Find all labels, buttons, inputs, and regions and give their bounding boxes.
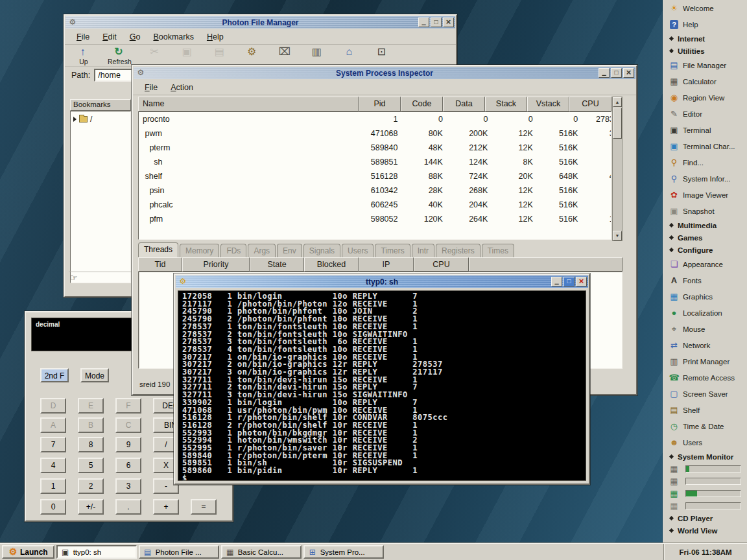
terminal-screen[interactable]: 172058 1 bin/login 10o REPLY 7 217117 1 … [178, 290, 586, 481]
expander-icon[interactable] [73, 117, 77, 122]
shelf-item[interactable]: System Infor... [663, 170, 747, 187]
close-button[interactable] [576, 277, 587, 286]
shelf-item[interactable]: Editor [663, 106, 747, 122]
table-row[interactable]: pwm 471068 80K 200K 12K 516K 326 [139, 126, 611, 141]
tab[interactable]: Timers [375, 244, 410, 257]
calc-button[interactable]: 0 [40, 499, 66, 515]
column-header[interactable]: Pid [359, 97, 401, 111]
shelf-item[interactable]: Snapshot [663, 203, 747, 219]
toolbar-button[interactable] [147, 46, 164, 58]
table-row[interactable]: phcalc 606245 40K 204K 12K 516K 47 [139, 198, 611, 212]
calc-button[interactable]: 9 [115, 437, 141, 452]
tab[interactable]: Intr [412, 244, 434, 257]
calc-button[interactable]: = [191, 499, 217, 515]
toolbar-button[interactable]: Up [75, 46, 92, 65]
shelf-item[interactable]: Graphics [663, 288, 747, 305]
shelf-item[interactable]: Calculator [663, 73, 747, 89]
toolbar-button[interactable] [244, 46, 261, 58]
shelf-item[interactable]: System Monitor [663, 450, 747, 463]
table-row[interactable]: psin 610342 28K 268K 12K 516K 53 [139, 183, 611, 198]
calc-button[interactable]: Mode [80, 368, 109, 382]
shelf-item[interactable]: Multimedia [663, 219, 747, 231]
calc-button[interactable]: +/- [78, 499, 104, 515]
table-row[interactable]: sh 589851 144K 124K 8K 516K 6 [139, 155, 611, 169]
shelf-item[interactable]: Welcome [663, 0, 747, 16]
calc-button[interactable]: 6 [115, 458, 141, 473]
shelf-item[interactable]: Region View [663, 89, 747, 106]
shelf-item[interactable]: Internet [663, 32, 747, 45]
task-button[interactable]: Photon File ... [139, 545, 219, 559]
file-manager-titlebar[interactable]: Photon File Manager [65, 16, 455, 29]
shelf-item[interactable]: Games [663, 231, 747, 244]
tab[interactable]: FDs [220, 244, 246, 257]
calc-button[interactable]: . [115, 499, 141, 515]
shelf-item[interactable]: Fonts [663, 272, 747, 288]
shelf-item[interactable]: Localization [663, 305, 747, 321]
menu-item[interactable]: File [70, 31, 96, 43]
column-header[interactable]: Code [401, 97, 443, 111]
column-header[interactable]: IP [359, 257, 414, 272]
task-button[interactable]: Basic Calcu... [221, 545, 302, 559]
shelf-item[interactable]: Remote Access [663, 369, 747, 386]
shelf-item[interactable]: Appearance [663, 256, 747, 272]
column-header[interactable]: CPU [569, 97, 611, 111]
menu-item[interactable]: Action [164, 82, 200, 93]
calc-button[interactable]: 7 [40, 437, 66, 452]
menu-item[interactable]: Go [123, 31, 147, 43]
shelf-item[interactable]: Terminal Char... [663, 138, 747, 154]
calc-button[interactable]: + [153, 499, 179, 515]
toolbar-button[interactable]: Refresh [108, 46, 132, 65]
toolbar-button[interactable] [180, 46, 196, 58]
calc-button[interactable]: B [78, 417, 104, 433]
tab[interactable]: Threads [138, 242, 178, 257]
maximize-button[interactable] [431, 18, 442, 27]
column-header[interactable]: Vstack [527, 97, 569, 111]
tab[interactable]: Memory [180, 244, 219, 257]
process-inspector-titlebar[interactable]: System Process Inspector [134, 67, 635, 79]
toolbar-button[interactable] [277, 46, 294, 58]
column-header[interactable]: Name [138, 97, 359, 111]
calc-button[interactable]: 3 [115, 478, 141, 494]
minimize-button[interactable] [418, 18, 429, 27]
calc-button[interactable]: A [40, 417, 66, 433]
column-header[interactable]: Stack [485, 97, 527, 111]
shelf-item[interactable]: Configure [663, 244, 747, 256]
shelf-item[interactable]: Help [663, 16, 747, 32]
table-row[interactable]: shelf 516128 88K 724K 20K 648K 469 [139, 169, 611, 183]
menu-item[interactable]: File [138, 82, 164, 93]
shelf-item[interactable]: Screen Saver [663, 386, 747, 402]
shelf-item[interactable]: Terminal [663, 122, 747, 138]
table-row[interactable]: pterm 589840 48K 212K 12K 516K 82 [139, 141, 611, 155]
column-header[interactable]: Tid [138, 257, 182, 272]
close-button[interactable] [443, 18, 454, 27]
menu-item[interactable]: Help [200, 31, 230, 43]
calc-button[interactable]: 1 [40, 478, 66, 494]
toolbar-button[interactable] [342, 46, 359, 58]
scroll-up-arrow[interactable]: ▲ [613, 97, 622, 107]
tab[interactable]: Args [248, 244, 276, 257]
toolbar-button[interactable] [374, 46, 391, 58]
close-button[interactable] [623, 68, 634, 78]
tab[interactable]: Times [482, 244, 514, 257]
calc-button[interactable]: 5 [78, 458, 104, 473]
calc-button[interactable]: F [115, 398, 141, 414]
table-row[interactable]: pfm 598052 120K 264K 12K 516K 172 [139, 212, 611, 226]
shelf-item[interactable]: Mouse [663, 321, 747, 337]
bookmark-item[interactable]: / [72, 113, 129, 125]
column-header[interactable]: CPU [414, 257, 469, 272]
maximize-button[interactable] [563, 277, 575, 286]
menu-item[interactable]: Edit [96, 31, 123, 43]
calc-button[interactable]: E [78, 398, 104, 414]
calc-button[interactable]: C [115, 417, 141, 433]
shelf-item[interactable]: Time & Date [663, 418, 747, 434]
toolbar-button[interactable] [212, 46, 229, 58]
minimize-button[interactable] [551, 277, 562, 286]
shelf-item[interactable]: Network [663, 337, 747, 353]
shelf-item[interactable]: File Manager [663, 57, 747, 73]
shelf-item[interactable]: Shelf [663, 402, 747, 418]
column-header[interactable]: Blocked [304, 257, 359, 272]
calc-button[interactable]: D [40, 398, 66, 414]
column-header[interactable]: State [250, 257, 304, 272]
shelf-item[interactable]: Print Manager [663, 353, 747, 369]
menu-item[interactable]: Bookmarks [147, 31, 200, 43]
